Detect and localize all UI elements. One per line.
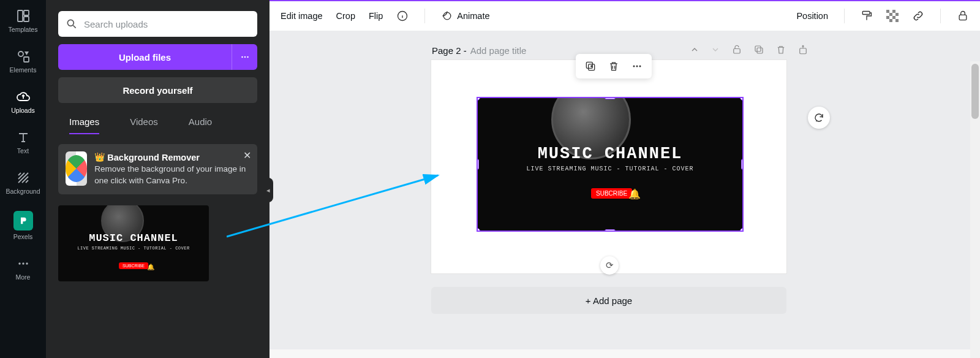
animate-icon xyxy=(441,10,453,22)
paint-format-button[interactable] xyxy=(861,10,873,22)
nav-background[interactable]: Background xyxy=(0,169,46,196)
position-button[interactable]: Position xyxy=(796,11,828,21)
delete-button[interactable] xyxy=(608,60,620,72)
page-duplicate-button[interactable] xyxy=(753,44,764,55)
resize-handle-b[interactable] xyxy=(605,229,616,232)
svg-rect-20 xyxy=(886,16,889,19)
toolbar-separator xyxy=(940,9,941,23)
svg-rect-26 xyxy=(757,48,763,53)
upload-thumbnail[interactable]: MUSIC CHANNEL LIVE STREAMING MUSIC - TUT… xyxy=(58,205,209,281)
edit-image-button[interactable]: Edit image xyxy=(281,11,323,21)
refresh-icon xyxy=(813,112,824,123)
panel-collapse-handle[interactable]: ◂ xyxy=(263,178,273,202)
promo-close-button[interactable]: ✕ xyxy=(243,149,251,162)
nav-rail: Templates Elements Uploads Text Backgrou… xyxy=(0,0,46,358)
uploads-tabs: Images Videos Audio xyxy=(58,116,257,134)
svg-rect-16 xyxy=(886,10,889,13)
svg-rect-28 xyxy=(800,48,807,54)
lock-icon xyxy=(957,10,969,22)
page-delete-button[interactable] xyxy=(775,44,786,55)
nav-background-label: Background xyxy=(6,188,40,195)
transparency-button[interactable] xyxy=(886,10,899,22)
nav-uploads[interactable]: Uploads xyxy=(0,88,46,115)
svg-rect-4 xyxy=(24,57,29,62)
tab-videos[interactable]: Videos xyxy=(130,116,158,134)
svg-rect-21 xyxy=(892,16,895,19)
canvas-scroll[interactable]: Page 2 - Add page title MUSIC CHANNEL xyxy=(270,31,980,358)
info-icon xyxy=(396,10,409,22)
more-options-button[interactable] xyxy=(631,60,643,72)
svg-point-8 xyxy=(67,20,74,26)
vertical-scrollbar[interactable] xyxy=(970,61,980,358)
page-actions xyxy=(690,44,809,55)
resize-handle-tr[interactable] xyxy=(740,97,744,101)
nav-templates-label: Templates xyxy=(9,26,38,33)
add-page-button[interactable]: + Add page xyxy=(431,287,786,314)
transparency-icon xyxy=(886,10,899,22)
page-down-button[interactable] xyxy=(710,45,720,55)
svg-point-7 xyxy=(26,262,28,264)
search-icon xyxy=(66,18,78,30)
canvas-area: Edit image Crop Flip Animate Position Pa… xyxy=(270,0,980,358)
svg-point-32 xyxy=(636,66,638,67)
resize-handle-br[interactable] xyxy=(740,228,744,232)
promo-body: Remove the background of your image in o… xyxy=(94,164,250,187)
lock-button[interactable] xyxy=(957,10,969,22)
svg-rect-17 xyxy=(892,10,895,13)
uploads-icon xyxy=(16,90,31,104)
svg-point-6 xyxy=(22,262,24,264)
svg-rect-27 xyxy=(755,46,761,51)
toolbar-separator xyxy=(424,9,425,23)
scrollbar-thumb[interactable] xyxy=(971,64,979,119)
dots-icon xyxy=(239,51,251,63)
flip-button[interactable]: Flip xyxy=(369,11,383,21)
image-subscribe-badge: SUBCRIBE xyxy=(591,188,632,199)
resize-handle-r[interactable] xyxy=(741,159,744,170)
replace-button[interactable] xyxy=(808,107,830,129)
upload-more-button[interactable] xyxy=(232,44,257,70)
duplicate-button[interactable] xyxy=(584,60,597,72)
rotate-handle[interactable]: ⟳ xyxy=(600,256,619,275)
resize-handle-tl[interactable] xyxy=(477,97,480,101)
search-input[interactable] xyxy=(84,19,250,29)
page-lock-button[interactable] xyxy=(731,44,742,55)
tab-audio[interactable]: Audio xyxy=(189,116,212,134)
nav-text[interactable]: Text xyxy=(0,129,46,156)
nav-more[interactable]: More xyxy=(0,255,46,282)
horizontal-scrollbar[interactable] xyxy=(270,349,970,358)
svg-rect-14 xyxy=(862,12,870,15)
svg-rect-23 xyxy=(895,19,899,22)
info-button[interactable] xyxy=(396,10,409,22)
resize-handle-bl[interactable] xyxy=(477,228,480,232)
crop-button[interactable]: Crop xyxy=(336,11,355,21)
selected-image[interactable]: MUSIC CHANNEL LIVE STREAMING MUSIC - TUT… xyxy=(477,97,744,232)
toolbar-separator xyxy=(844,9,845,23)
uploads-panel: Upload files Record yourself Images Vide… xyxy=(46,0,270,358)
promo-title: 👑Background Remover xyxy=(94,151,250,164)
svg-point-11 xyxy=(247,56,249,58)
animate-button[interactable]: Animate xyxy=(441,10,489,22)
upload-files-button[interactable]: Upload files xyxy=(58,44,257,70)
page-up-button[interactable] xyxy=(690,45,699,55)
svg-point-10 xyxy=(244,56,246,58)
resize-handle-l[interactable] xyxy=(477,159,479,170)
nav-elements[interactable]: Elements xyxy=(0,48,46,75)
record-yourself-button[interactable]: Record yourself xyxy=(58,77,257,103)
svg-rect-18 xyxy=(889,13,892,16)
page-add-above-button[interactable] xyxy=(797,44,809,55)
thumb-bell-icon: 🔔 xyxy=(147,264,154,270)
page-title-input[interactable]: Add page title xyxy=(470,45,527,56)
templates-icon xyxy=(16,9,31,23)
nav-templates[interactable]: Templates xyxy=(0,7,46,34)
search-box[interactable] xyxy=(58,11,257,37)
nav-pexels[interactable]: Pexels xyxy=(0,210,46,242)
svg-point-3 xyxy=(18,51,23,56)
nav-pexels-label: Pexels xyxy=(13,233,33,240)
link-button[interactable] xyxy=(912,10,924,22)
paint-roller-icon xyxy=(861,10,873,22)
tab-images[interactable]: Images xyxy=(69,116,99,134)
thumb-subtitle: LIVE STREAMING MUSIC - TUTORIAL - COVER xyxy=(58,246,209,251)
svg-point-9 xyxy=(241,56,243,58)
resize-handle-t[interactable] xyxy=(605,97,616,99)
svg-rect-0 xyxy=(18,10,23,21)
